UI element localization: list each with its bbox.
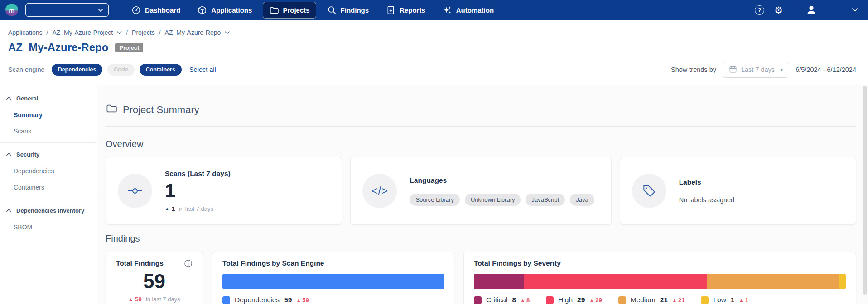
org-selector-dropdown[interactable]: [25, 3, 109, 17]
severity-segment-low: [839, 274, 846, 289]
report-icon: [386, 5, 395, 15]
navbar-right: ? ⚙: [755, 4, 858, 16]
folder-icon: [269, 5, 279, 15]
severity-legend-item: High 29 ▲29: [546, 296, 602, 304]
sidebar-item-summary[interactable]: Summary: [0, 107, 97, 123]
nav-item-findings[interactable]: Findings: [321, 2, 376, 19]
trend-up-icon: ▲: [521, 298, 525, 303]
sidebar-item-sbom[interactable]: SBOM: [0, 219, 97, 235]
page-title: AZ_My-Azure-Repo: [8, 41, 108, 54]
severity-segment-high: [524, 274, 707, 289]
navbar-divider: [795, 4, 795, 16]
sidebar-divider: [0, 199, 97, 199]
total-findings-count: 59: [116, 271, 193, 291]
main-nav: Dashboard Applications Projects Findings…: [125, 2, 500, 19]
info-icon[interactable]: [184, 259, 193, 270]
severity-swatch-low: [701, 296, 709, 304]
languages-card: </> Languages Source Library Unknown Lib…: [350, 157, 611, 225]
chip-code: Code: [107, 64, 134, 76]
severity-count: 8: [512, 296, 516, 304]
scan-commit-icon: [118, 174, 152, 208]
severity-label: High: [558, 296, 573, 304]
total-findings-title: Total Findings: [116, 259, 164, 267]
chevron-down-icon[interactable]: [117, 31, 122, 34]
severity-trend: 21: [678, 297, 685, 304]
nav-item-label: Dashboard: [145, 6, 180, 14]
nav-item-applications[interactable]: Applications: [191, 2, 258, 19]
severity-swatch-critical: [474, 296, 482, 304]
nav-item-label: Applications: [211, 6, 252, 14]
trend-up-icon: ▲: [589, 298, 594, 303]
vertical-scrollbar[interactable]: [863, 86, 867, 295]
sidebar-group-label: Security: [16, 151, 39, 158]
breadcrumb-application-name[interactable]: AZ_My-Azure-Project: [52, 29, 113, 36]
mend-logo[interactable]: m: [5, 4, 18, 16]
chevron-up-icon: [6, 153, 11, 156]
sidebar-group-general[interactable]: General: [0, 90, 97, 107]
main-header-title: Project Summary: [123, 104, 199, 116]
project-type-badge: Project: [115, 43, 143, 52]
overview-section-title: Overview: [106, 139, 856, 149]
select-all-link[interactable]: Select all: [189, 66, 216, 73]
nav-item-label: Automation: [456, 6, 494, 14]
calendar-icon: [729, 65, 737, 75]
severity-legend-item: Medium 21 ▲21: [618, 296, 685, 304]
by-severity-title: Total Findings by Severity: [474, 259, 846, 267]
severity-swatch-medium: [618, 296, 626, 304]
severity-stacked-bar: [474, 274, 846, 289]
trend-up-icon: ▲: [128, 297, 133, 302]
breadcrumb-applications[interactable]: Applications: [8, 29, 43, 36]
trend-suffix: in last 7 days: [179, 205, 213, 212]
severity-trend: 8: [526, 297, 530, 304]
nav-item-reports[interactable]: Reports: [380, 2, 432, 19]
severity-count: 1: [731, 296, 735, 304]
top-navbar: m Dashboard Applications Projects Findin…: [0, 0, 868, 20]
folder-icon: [106, 103, 117, 117]
breadcrumb-separator: /: [47, 29, 48, 36]
breadcrumb-projects[interactable]: Projects: [132, 29, 155, 36]
labels-empty-text: No labels assigned: [679, 196, 735, 204]
severity-count: 21: [660, 296, 668, 304]
divider: [106, 126, 856, 127]
engine-legend-trend: 59: [302, 297, 309, 304]
severity-trend: 29: [595, 297, 602, 304]
tag-icon: [632, 174, 666, 208]
severity-label: Low: [713, 296, 726, 304]
engine-bar: [222, 274, 444, 289]
sidebar-group-dependencies-inventory[interactable]: Dependencies Inventory: [0, 202, 97, 219]
chevron-up-icon: [6, 209, 11, 212]
sidebar-group-security[interactable]: Security: [0, 146, 97, 163]
chevron-down-icon[interactable]: [852, 8, 858, 12]
nav-item-label: Findings: [341, 6, 369, 14]
chip-containers[interactable]: Containers: [140, 64, 182, 76]
sidebar-item-dependencies[interactable]: Dependencies: [0, 163, 97, 179]
show-trends-label: Show trends by: [671, 66, 716, 73]
language-tag: JavaScript: [526, 194, 565, 206]
nav-item-automation[interactable]: Automation: [436, 2, 500, 19]
trends-period-dropdown[interactable]: Last 7 days ▾: [723, 62, 789, 78]
scans-card: Scans (Last 7 days) 1 ▲ 1 in last 7 days: [106, 157, 342, 225]
languages-card-title: Languages: [410, 176, 599, 185]
sidebar-item-containers[interactable]: Containers: [0, 179, 97, 195]
chip-dependencies[interactable]: Dependencies: [52, 64, 103, 76]
severity-segment-medium: [707, 274, 839, 289]
breadcrumb-separator: /: [126, 29, 128, 36]
nav-item-dashboard[interactable]: Dashboard: [125, 2, 187, 19]
engine-legend-count: 59: [284, 296, 292, 304]
sidebar-item-scans[interactable]: Scans: [0, 123, 97, 139]
by-engine-title: Total Findings by Scan Engine: [222, 259, 444, 267]
engine-legend-item: Dependencies 59 ▲ 59: [222, 296, 309, 304]
chevron-down-icon[interactable]: [225, 31, 230, 34]
chevron-up-icon: [6, 97, 11, 100]
breadcrumb-project-name[interactable]: AZ_My-Azure-Repo: [165, 29, 221, 36]
severity-label: Critical: [486, 296, 507, 304]
breadcrumb-separator: /: [159, 29, 161, 36]
nav-item-label: Projects: [283, 6, 309, 14]
gear-icon[interactable]: ⚙: [774, 5, 783, 15]
nav-item-projects[interactable]: Projects: [263, 2, 316, 19]
user-avatar[interactable]: [806, 5, 817, 15]
help-icon[interactable]: ?: [755, 5, 764, 15]
findings-section-title: Findings: [106, 233, 856, 244]
chevron-down-icon: [98, 9, 103, 12]
trend-up-icon: ▲: [672, 298, 677, 303]
